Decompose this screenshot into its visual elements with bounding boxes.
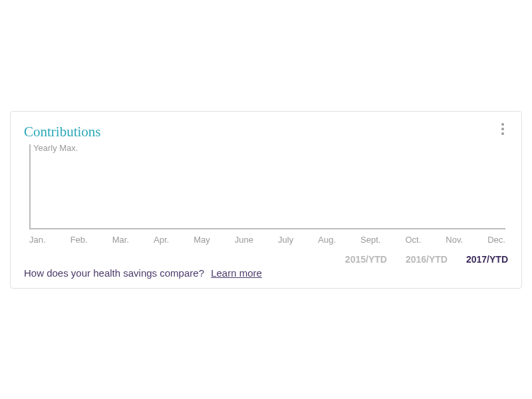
month-label: July	[278, 235, 293, 245]
y-axis-label: Yearly Max.	[33, 143, 78, 153]
chart-area: Yearly Max. Jan. Feb. Mar. Apr. May June…	[29, 144, 508, 245]
month-label: Oct.	[405, 235, 421, 245]
card-title: Contributions	[24, 124, 508, 140]
options-button[interactable]	[495, 121, 511, 137]
legend-2016[interactable]: 2016/YTD	[406, 254, 448, 265]
month-label: Sept.	[360, 235, 380, 245]
month-label: Aug.	[318, 235, 336, 245]
chart-body: Yearly Max.	[29, 144, 508, 231]
month-label: Nov.	[446, 235, 463, 245]
y-axis-line	[29, 144, 31, 228]
contributions-card: Contributions Yearly Max. Jan. Feb. Mar.…	[10, 111, 522, 289]
month-label: June	[235, 235, 253, 245]
month-label: Apr.	[154, 235, 169, 245]
more-vertical-icon	[501, 128, 504, 130]
month-label: Jan.	[29, 235, 46, 245]
legend-2017[interactable]: 2017/YTD	[466, 254, 508, 265]
x-axis-labels: Jan. Feb. Mar. Apr. May June July Aug. S…	[29, 235, 508, 245]
x-axis-line	[29, 228, 505, 229]
legend-2015[interactable]: 2015/YTD	[345, 254, 387, 265]
month-label: Feb.	[70, 235, 88, 245]
footer-row: How does your health savings compare? Le…	[24, 267, 508, 279]
month-label: Mar.	[112, 235, 129, 245]
more-vertical-icon	[501, 123, 504, 126]
month-label: Dec.	[487, 235, 505, 245]
more-vertical-icon	[501, 132, 504, 135]
learn-more-link[interactable]: Learn more	[211, 267, 262, 279]
legend-row: 2015/YTD 2016/YTD 2017/YTD	[24, 254, 508, 265]
month-label: May	[194, 235, 210, 245]
footer-question: How does your health savings compare?	[24, 267, 204, 279]
